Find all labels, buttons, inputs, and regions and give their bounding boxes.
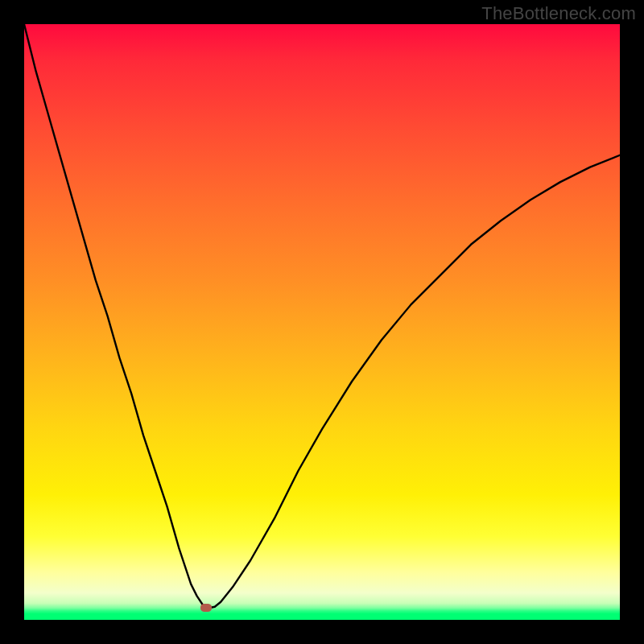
plot-area — [24, 24, 620, 620]
chart-frame: TheBottleneck.com — [0, 0, 644, 644]
bottleneck-curve — [24, 24, 620, 620]
watermark-text: TheBottleneck.com — [481, 3, 636, 24]
optimum-marker — [200, 604, 212, 612]
